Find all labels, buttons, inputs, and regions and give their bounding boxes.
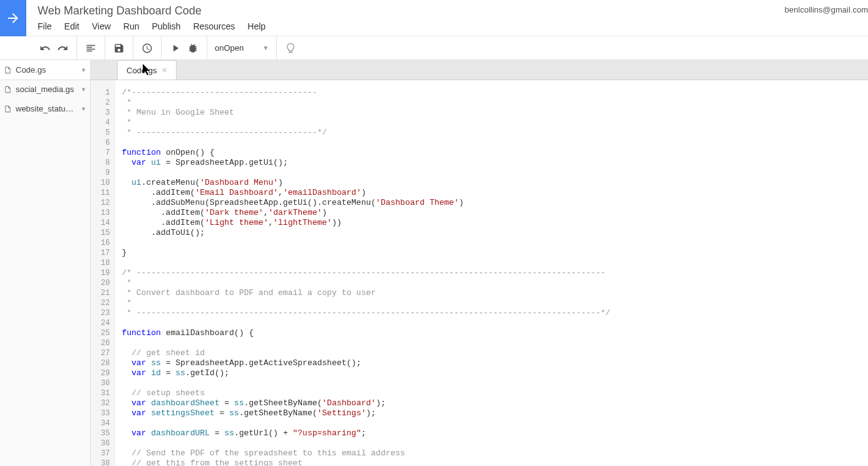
tab-label: Code.gs <box>127 66 157 75</box>
code-line[interactable]: * -------------------------------------*… <box>121 128 610 138</box>
file-name: Code.gs <box>16 65 77 75</box>
code-line[interactable] <box>121 338 610 348</box>
code-line[interactable]: function emailDashboard() { <box>121 328 610 338</box>
code-line[interactable]: // Send the PDF of the spreadsheet to th… <box>121 448 610 458</box>
code-line[interactable]: /* -------------------------------------… <box>121 268 610 278</box>
editor-tabs: Code.gs× <box>91 60 868 80</box>
menu-resources[interactable]: Resources <box>193 21 235 31</box>
function-name: onOpen <box>215 43 244 53</box>
code-line[interactable]: .addToUi(); <box>121 228 610 238</box>
code-line[interactable]: } <box>121 248 610 258</box>
code-line[interactable]: * <box>121 118 610 128</box>
run-button[interactable] <box>167 39 184 57</box>
code-line[interactable] <box>121 318 610 328</box>
code-line[interactable]: var id = ss.getId(); <box>121 368 610 378</box>
menu-publish[interactable]: Publish <box>152 21 180 31</box>
file-icon <box>4 66 12 75</box>
chevron-down-icon[interactable]: ▼ <box>81 67 86 73</box>
menu-help[interactable]: Help <box>247 21 266 31</box>
code-line[interactable]: * <box>121 278 610 288</box>
code-line[interactable]: var dashboardURL = ss.getUrl() + "?usp=s… <box>121 428 610 438</box>
close-icon[interactable]: × <box>162 65 167 75</box>
code-line[interactable] <box>121 238 610 248</box>
apps-script-logo[interactable] <box>0 0 26 36</box>
save-button[interactable] <box>110 39 128 57</box>
undo-button[interactable] <box>36 39 54 57</box>
code-line[interactable]: .addItem('Email Dashboard','emailDashboa… <box>121 188 610 198</box>
code-line[interactable]: * --------------------------------------… <box>121 308 610 318</box>
code-line[interactable] <box>121 438 610 448</box>
code-line[interactable]: var settingsSheet = ss.getSheetByName('S… <box>121 408 610 418</box>
code-line[interactable]: // get this from the settings sheet <box>121 458 610 466</box>
function-selector[interactable]: onOpen ▼ <box>207 36 277 60</box>
code-line[interactable] <box>121 168 610 178</box>
project-title[interactable]: Web Marketing Dashboard Code <box>38 4 266 18</box>
code-line[interactable]: var ui = SpreadsheetApp.getUi(); <box>121 158 610 168</box>
code-line[interactable]: var ss = SpreadsheetApp.getActiveSpreads… <box>121 358 610 368</box>
menu-file[interactable]: File <box>38 21 52 31</box>
file-sidebar: Code.gs▼social_media.gs▼website_statu…▼ <box>0 60 91 466</box>
code-line[interactable]: * Convert dashboard to PDF and email a c… <box>121 288 610 298</box>
code-line[interactable]: * Menu in Google Sheet <box>121 108 610 118</box>
code-line[interactable]: var dashboardSheet = ss.getSheetByName('… <box>121 398 610 408</box>
redo-button[interactable] <box>54 39 71 57</box>
chevron-down-icon[interactable]: ▼ <box>81 106 86 112</box>
code-line[interactable] <box>121 418 610 428</box>
code-line[interactable]: .addSubMenu(SpreadsheetApp.getUi().creat… <box>121 198 610 208</box>
code-line[interactable]: .addItem('Dark theme','darkTheme') <box>121 208 610 218</box>
code-line[interactable] <box>121 258 610 268</box>
editor-area: Code.gs× 1234567891011121314151617181920… <box>91 60 868 466</box>
code-content[interactable]: /*--------------------------------------… <box>115 80 610 466</box>
line-gutter: 1234567891011121314151617181920212223242… <box>91 80 115 466</box>
file-icon <box>4 85 12 94</box>
chevron-down-icon[interactable]: ▼ <box>81 86 86 93</box>
file-item[interactable]: social_media.gs▼ <box>0 80 90 99</box>
menu-bar: FileEditViewRunPublishResourcesHelp <box>38 21 266 31</box>
code-line[interactable]: function onOpen() { <box>121 148 610 158</box>
code-line[interactable]: * <box>121 98 610 108</box>
file-item[interactable]: website_statu…▼ <box>0 99 90 118</box>
editor-tab[interactable]: Code.gs× <box>117 60 177 80</box>
code-line[interactable]: * <box>121 298 610 308</box>
main: Code.gs▼social_media.gs▼website_statu…▼ … <box>0 60 868 466</box>
toolbar: onOpen ▼ <box>0 36 868 60</box>
file-icon <box>4 105 12 113</box>
code-line[interactable] <box>121 378 610 388</box>
code-line[interactable]: ui.createMenu('Dashboard Menu') <box>121 178 610 188</box>
code-line[interactable]: // setup sheets <box>121 388 610 398</box>
user-email[interactable]: benlcollins@gmail.com <box>785 5 868 14</box>
menu-edit[interactable]: Edit <box>65 21 80 31</box>
debug-button[interactable] <box>184 39 202 57</box>
code-line[interactable]: .addItem('Light theme','lightTheme')) <box>121 218 610 228</box>
code-editor[interactable]: 1234567891011121314151617181920212223242… <box>91 80 868 466</box>
indent-button[interactable] <box>82 39 100 57</box>
code-line[interactable]: /*-------------------------------------- <box>121 88 610 98</box>
menu-run[interactable]: Run <box>123 21 140 31</box>
header: Web Marketing Dashboard Code FileEditVie… <box>0 0 868 36</box>
file-item[interactable]: Code.gs▼ <box>0 60 91 80</box>
chevron-down-icon: ▼ <box>262 44 269 51</box>
code-line[interactable] <box>121 138 610 148</box>
file-name: social_media.gs <box>16 85 77 94</box>
file-name: website_statu… <box>16 104 77 113</box>
lightbulb-button[interactable] <box>282 39 299 57</box>
menu-view[interactable]: View <box>92 21 111 31</box>
code-line[interactable]: // get sheet id <box>121 348 610 358</box>
triggers-button[interactable] <box>138 39 156 57</box>
